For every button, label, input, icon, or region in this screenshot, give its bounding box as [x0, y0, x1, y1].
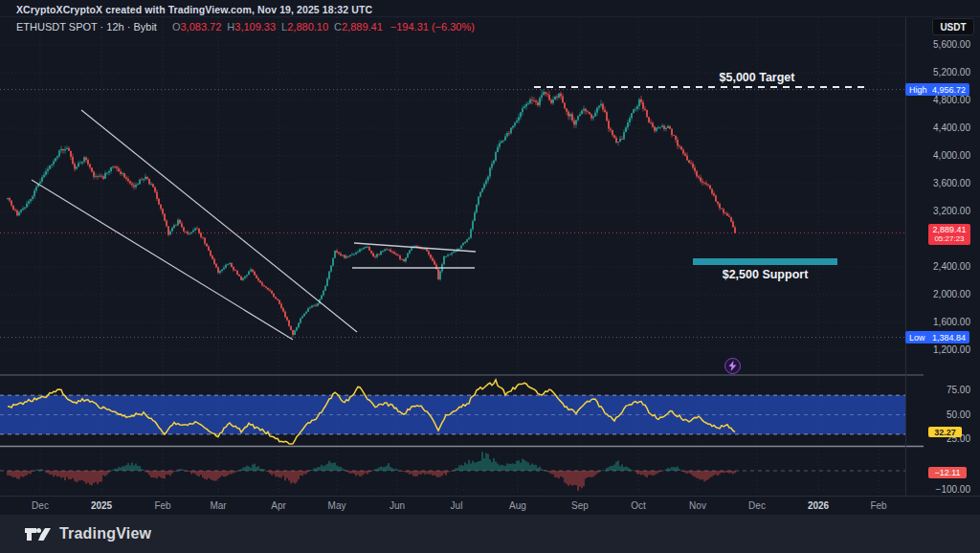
high-badge-value: 4,956.72 [932, 85, 966, 95]
currency-button[interactable]: USDT [932, 18, 974, 35]
lightning-event-icon[interactable] [724, 358, 741, 374]
time-axis-label: Apr [271, 500, 286, 511]
high-badge-label: High [909, 85, 927, 95]
symbol-title[interactable]: ETHUSDT SPOT · 12h · Bybit [16, 21, 157, 33]
low-price-badge: Low 1,384.84 [905, 331, 969, 343]
last-price-badge: 2,889.41 05:27:23 [928, 224, 970, 245]
rsi-axis-label: 75.00 [907, 385, 970, 395]
price-axis-label: 2,400.00 [907, 261, 970, 272]
time-axis-label: Jul [451, 500, 463, 511]
ohlc-high-value: 3,109.33 [234, 21, 276, 33]
time-axis-label: Dec [748, 500, 766, 511]
oscillator-axis-label: −100.00 [907, 484, 970, 495]
support-annotation-label: $2,500 Support [723, 268, 809, 281]
price-axis-label: 3,200.00 [907, 206, 970, 216]
low-badge-label: Low [909, 333, 925, 343]
price-axis-label: 1,200.00 [907, 344, 970, 355]
chart-svg [0, 0, 980, 553]
time-axis-label: Sep [571, 500, 589, 511]
change-value: −194.31 (−6.30%) [390, 21, 475, 33]
price-axis-label: 5,200.00 [907, 67, 970, 77]
last-price-value: 2,889.41 [932, 226, 966, 234]
time-axis-label: 2025 [91, 500, 112, 511]
brand-name: TradingView [59, 525, 151, 542]
ohlc-low-value: 2,880.10 [287, 21, 328, 33]
target-annotation-label: $5,000 Target [720, 71, 795, 84]
oscillator-value-badge: −12.11 [928, 467, 967, 478]
time-axis-label: Dec [32, 500, 49, 511]
symbol-legend[interactable]: ETHUSDT SPOT · 12h · BybitO3,083.72H3,10… [16, 21, 475, 33]
bar-countdown: 05:27:23 [934, 234, 964, 243]
tradingview-snapshot: XCryptoXCryptoX created with TradingView… [0, 0, 980, 553]
high-price-badge: High 4,956.72 [905, 83, 969, 96]
rsi-axis-label: 50.00 [907, 409, 970, 420]
rsi-value-badge: 32.27 [928, 427, 962, 437]
ohlc-close-value: 2,889.41 [342, 21, 383, 33]
price-axis-label: 3,600.00 [907, 178, 970, 188]
time-axis-label: 2026 [808, 500, 829, 511]
time-axis-label: Mar [210, 500, 226, 511]
time-axis-label: Nov [689, 500, 706, 511]
price-axis-label: 1,600.00 [907, 317, 970, 327]
ohlc-open-value: 3,083.72 [180, 21, 221, 33]
support-zone-bar [693, 258, 837, 265]
time-axis-label: Jun [390, 500, 405, 511]
attribution-text: XCryptoXCryptoX created with TradingView… [16, 4, 372, 15]
price-axis-label: 4,800.00 [907, 95, 970, 105]
time-axis-label: May [328, 500, 346, 511]
tradingview-logo-icon [25, 526, 51, 542]
tradingview-logo-link[interactable]: TradingView [25, 525, 151, 542]
time-axis-label: Oct [631, 500, 646, 511]
low-badge-value: 1,384.84 [932, 333, 966, 343]
time-axis-label: Feb [870, 500, 886, 511]
time-axis-label: Aug [509, 500, 526, 511]
ohlc-close-label: C [334, 21, 342, 33]
price-axis-label: 4,000.00 [907, 150, 970, 161]
price-axis-label: 5,600.00 [907, 39, 970, 50]
price-axis-label: 4,400.00 [907, 122, 970, 133]
rsi-value: 32.27 [934, 428, 956, 437]
time-axis-label: Feb [154, 500, 170, 511]
footer-bar: TradingView [0, 515, 980, 553]
oscillator-value: −12.11 [934, 468, 960, 477]
lightning-bolt-glyph [728, 361, 737, 371]
price-axis-label: 2,000.00 [907, 289, 970, 299]
